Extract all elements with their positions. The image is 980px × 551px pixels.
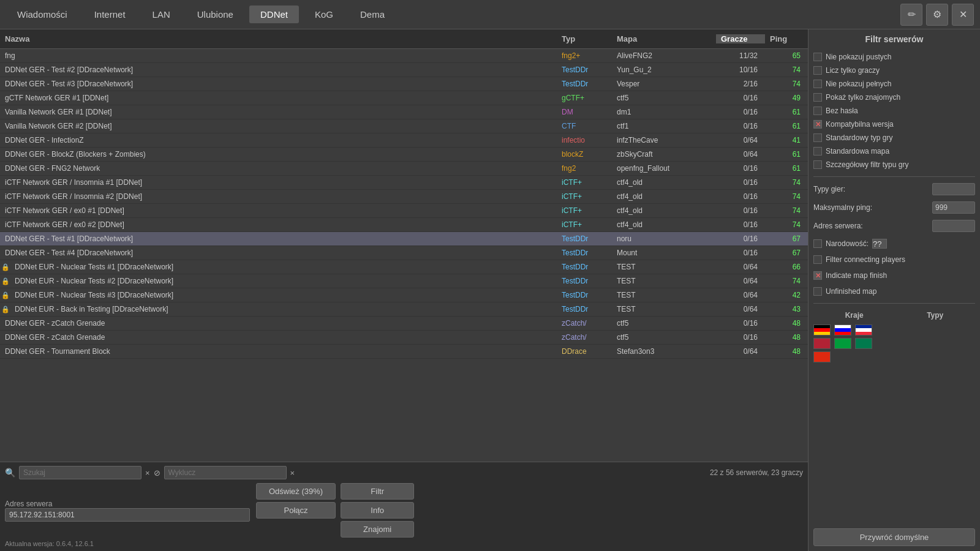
server-ping: 74 <box>765 178 808 187</box>
reset-button[interactable]: Przywróć domyślne <box>813 528 975 546</box>
col-header-type[interactable]: Typ <box>557 34 612 43</box>
settings-icon-button[interactable]: ⚙ <box>926 4 948 26</box>
server-players: 0/16 <box>716 122 765 130</box>
server-name: iCTF Network GER / Insomnia #2 [DDNet] <box>0 192 557 201</box>
flag-usa[interactable] <box>813 338 831 349</box>
countries-title: Kraje <box>845 311 864 320</box>
info-button[interactable]: Info <box>341 502 414 519</box>
filter-checkbox-0[interactable] <box>813 53 822 61</box>
server-ping: 67 <box>765 234 808 243</box>
search-input[interactable] <box>19 466 141 479</box>
filter-option-row: Standardowa mapa <box>813 144 975 158</box>
col-header-players[interactable]: Gracze <box>716 34 765 43</box>
filter-button[interactable]: Filtr <box>341 483 414 500</box>
server-map: TEST <box>612 263 716 271</box>
table-row[interactable]: iCTF Network GER / Insomnia #1 [DDNet] i… <box>0 176 808 190</box>
server-type: fng2 <box>557 164 612 173</box>
table-row[interactable]: iCTF Network GER / ex0 #2 [DDNet] iCTF+ … <box>0 218 808 232</box>
menu-item-ddnet[interactable]: DDNet <box>249 6 299 23</box>
menu-item-ulubione[interactable]: Ulubione <box>186 6 244 23</box>
table-row[interactable]: iCTF Network GER / Insomnia #2 [DDNet] i… <box>0 190 808 204</box>
menu-item-dema[interactable]: Dema <box>349 6 396 23</box>
server-address-label: Adres serwera <box>5 500 250 508</box>
col-header-ping[interactable]: Ping <box>765 34 808 43</box>
server-map: Yun_Gu_2 <box>612 66 716 74</box>
filter-checkbox-7[interactable] <box>813 147 822 156</box>
menu-item-wiadomosci[interactable]: Wiadomości <box>6 6 78 23</box>
server-map: Stefan3on3 <box>612 347 716 356</box>
nationality-checkbox[interactable] <box>813 239 822 248</box>
table-row[interactable]: gCTF Network GER #1 [DDNet] gCTF+ ctf5 0… <box>0 91 808 105</box>
indicate-map-checkbox[interactable]: ✕ <box>813 271 822 280</box>
server-type: zCatch/ <box>557 319 612 328</box>
filter-checkbox-6[interactable] <box>813 133 822 142</box>
server-ping: 61 <box>765 164 808 173</box>
server-name: DDNet GER - BlockZ (Blockers + Zombies) <box>0 150 557 159</box>
table-row[interactable]: Vanilla Network GER #1 [DDNet] DM dm1 0/… <box>0 105 808 119</box>
table-row[interactable]: iCTF Network GER / ex0 #1 [DDNet] iCTF+ … <box>0 204 808 218</box>
col-header-name[interactable]: Nazwa <box>0 34 557 43</box>
field-input-types[interactable] <box>932 183 975 195</box>
server-name: Vanilla Network GER #2 [DDNet] <box>0 122 557 130</box>
server-ping: 42 <box>765 291 808 299</box>
table-row[interactable]: DDNet GER - zCatch Grenade zCatch/ ctf5 … <box>0 331 808 345</box>
friends-button[interactable]: Znajomi <box>341 521 414 538</box>
filter-checkbox-1[interactable] <box>813 66 822 75</box>
server-players: 0/64 <box>716 305 765 313</box>
table-row[interactable]: Vanilla Network GER #2 [DDNet] CTF ctf1 … <box>0 119 808 133</box>
table-row[interactable]: DDNet GER - zCatch Grenade zCatch/ ctf5 … <box>0 317 808 331</box>
flag-other1[interactable] <box>855 324 872 335</box>
unfinished-map-checkbox[interactable] <box>813 287 822 296</box>
filter-option-row: Pokaż tylko znajomych <box>813 91 975 104</box>
table-row[interactable]: 🔒 DDNet EUR - Nuclear Tests #2 [DDraceNe… <box>0 274 808 288</box>
filter-checkbox-4[interactable] <box>813 107 822 115</box>
edit-icon-button[interactable]: ✏ <box>900 4 922 26</box>
field-input-addr[interactable] <box>932 220 975 232</box>
server-map: ctf5 <box>612 319 716 328</box>
flag-china[interactable] <box>813 351 831 362</box>
refresh-button[interactable]: Odśwież (39%) <box>256 483 336 500</box>
table-row[interactable]: DDNet GER - Test #2 [DDraceNetwork] Test… <box>0 63 808 77</box>
table-row[interactable]: DDNet GER - Test #1 [DDraceNetwork] Test… <box>0 232 808 246</box>
search-clear-button[interactable]: × <box>145 468 150 478</box>
server-type: CTF <box>557 122 612 130</box>
filter-checkbox-2[interactable] <box>813 80 822 88</box>
server-address-input[interactable] <box>5 508 250 522</box>
server-ping: 41 <box>765 136 808 144</box>
table-row[interactable]: DDNet GER - InfectionZ infectio infzTheC… <box>0 133 808 148</box>
table-row[interactable]: 🔒 DDNet EUR - Back in Testing [DDraceNet… <box>0 302 808 317</box>
filter-checkbox-8[interactable] <box>813 160 822 169</box>
table-row[interactable]: DDNet GER - Tournament Block DDrace Stef… <box>0 345 808 359</box>
close-icon-button[interactable]: ✕ <box>952 4 974 26</box>
server-players: 11/32 <box>716 51 765 60</box>
flag-brazil[interactable] <box>834 338 851 349</box>
exclude-clear-button[interactable]: × <box>290 468 295 478</box>
filter-checkbox-3[interactable] <box>813 93 822 102</box>
table-row[interactable]: DDNet GER - BlockZ (Blockers + Zombies) … <box>0 148 808 162</box>
table-row[interactable]: 🔒 DDNet EUR - Nuclear Tests #3 [DDraceNe… <box>0 288 808 302</box>
table-row[interactable]: fng fng2+ AliveFNG2 11/32 65 <box>0 49 808 63</box>
connect-button[interactable]: Połącz <box>256 502 336 519</box>
menu-item-kog[interactable]: KoG <box>304 6 344 23</box>
menu-item-internet[interactable]: Internet <box>83 6 137 23</box>
table-row[interactable]: 🔒 DDNet EUR - Nuclear Tests #1 [DDraceNe… <box>0 260 808 274</box>
col-header-map[interactable]: Mapa <box>612 34 716 43</box>
exclude-input[interactable] <box>164 466 287 479</box>
server-name: DDNet EUR - Nuclear Tests #3 [DDraceNetw… <box>0 291 557 299</box>
flag-germany[interactable] <box>813 324 831 335</box>
flag-russia[interactable] <box>834 324 851 335</box>
filter-checkbox-5[interactable]: ✕ <box>813 120 822 129</box>
server-players: 0/16 <box>716 333 765 342</box>
filter-connecting-checkbox[interactable] <box>813 255 822 264</box>
server-name: fng <box>0 51 557 60</box>
filter-option-row: Standardowy typ gry <box>813 131 975 144</box>
table-row[interactable]: DDNet GER - Test #3 [DDraceNetwork] Test… <box>0 77 808 91</box>
menu-item-lan[interactable]: LAN <box>141 6 181 23</box>
field-input-ping[interactable] <box>932 201 975 214</box>
table-row[interactable]: DDNet GER - FNG2 Network fng2 openfng_Fa… <box>0 162 808 176</box>
flag-south-africa[interactable] <box>855 338 872 349</box>
server-players: 0/16 <box>716 220 765 229</box>
table-row[interactable]: DDNet GER - Test #4 [DDraceNetwork] Test… <box>0 246 808 260</box>
filter-panel: Filtr serwerów Nie pokazuj pustych Licz … <box>809 29 980 551</box>
search-row: 🔍 × ⊘ × 22 z 56 serwerów, 23 graczy <box>5 466 803 479</box>
